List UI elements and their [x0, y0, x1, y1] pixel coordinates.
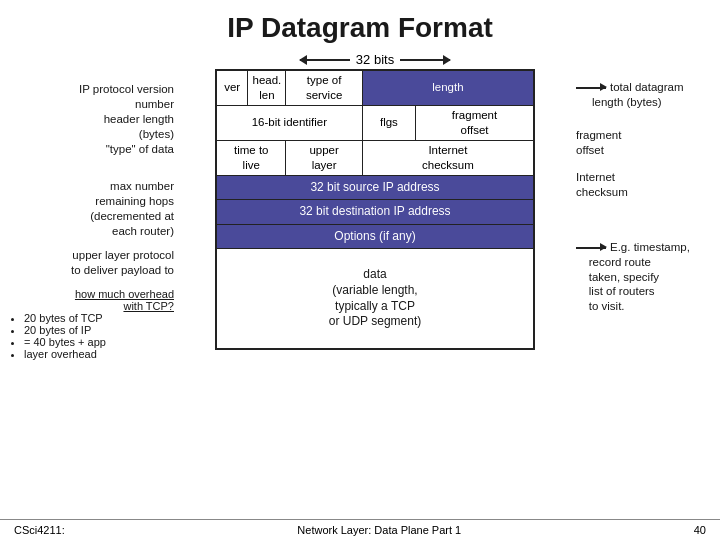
- total-length-label: total datagram length (bytes): [570, 80, 710, 110]
- bits-arrow-right: [400, 59, 450, 61]
- diagram: 32 bits ver head.len type ofservice leng…: [188, 52, 562, 366]
- table-row: 32 bit destination IP address: [216, 200, 534, 225]
- internet-checksum-label: Internetchecksum: [570, 170, 710, 200]
- eg-timestamp-label: E.g. timestamp, record route taken, spec…: [570, 240, 710, 315]
- upper-layer-label: upper layer protocol to deliver payload …: [10, 248, 180, 278]
- footer-left: CSci4211:: [14, 524, 65, 536]
- table-row: data(variable length,typically a TCPor U…: [216, 249, 534, 349]
- bits-header: 32 bits: [300, 52, 450, 67]
- max-hops-label: max number remaining hops (decremented a…: [10, 179, 180, 239]
- table-row: 32 bit source IP address: [216, 175, 534, 200]
- table-row: time tolive upperlayer Internetchecksum: [216, 140, 534, 175]
- table-row: Options (if any): [216, 224, 534, 249]
- footer-right: 40: [694, 524, 706, 536]
- left-annotations: IP protocol version number header length…: [10, 52, 180, 366]
- bits-arrow-left: [300, 59, 350, 61]
- table-row: ver head.len type ofservice length: [216, 70, 534, 105]
- footer-center: Network Layer: Data Plane Part 1: [297, 524, 461, 536]
- table-row: 16-bit identifier flgs fragmentoffset: [216, 105, 534, 140]
- footer: CSci4211: Network Layer: Data Plane Part…: [0, 519, 720, 540]
- overhead-label: how much overhead with TCP? 20 bytes of …: [10, 288, 180, 360]
- protocol-version-label: IP protocol version number header length…: [10, 82, 180, 157]
- fragment-offset-label: fragmentoffset: [570, 128, 710, 158]
- page-title: IP Datagram Format: [0, 0, 720, 52]
- right-annotations: total datagram length (bytes) fragmentof…: [570, 52, 710, 366]
- ip-datagram-table: ver head.len type ofservice length 16-bi…: [215, 69, 535, 350]
- bits-label: 32 bits: [356, 52, 394, 67]
